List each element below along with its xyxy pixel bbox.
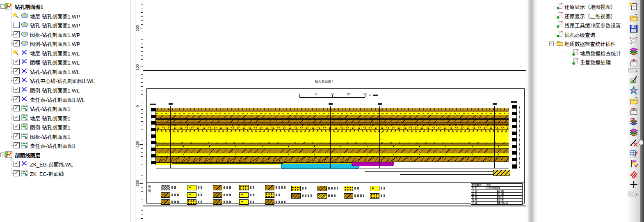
layer-tree-item[interactable]: ✓图例-钻孔剖面图1 [0,122,130,131]
layer-checkbox-checked[interactable]: ✓ [14,133,20,139]
layer-checkbox-unchecked[interactable] [14,22,20,28]
flag-edit-icon[interactable] [629,159,638,168]
layer-checkbox-checked[interactable]: ✓ [14,142,20,148]
legend-swatch [317,186,327,191]
layer-tree-item[interactable]: ✓图框-钻孔剖面图1.WL [0,57,130,66]
toolbar-group-divider[interactable]: ▸ [628,192,639,197]
layer-tree-item[interactable]: ✓地层-钻孔剖面图1 [0,113,130,122]
title-block-cell: 单位名称 [497,202,509,204]
layer-tree-panel[interactable]: -钻孔剖面图1地层-钻孔剖面图1.WP钻孔-钻孔剖面图1.WP✓图框-钻孔剖面图… [0,0,130,222]
tool-tree-item[interactable]: 重复数据处理 [537,57,627,66]
layer-checkbox-checked[interactable]: ✓ [14,68,20,74]
title-block-cell [485,190,497,192]
layer-checkbox-checked[interactable]: ✓ [14,31,20,37]
title-block-cell [510,190,522,192]
layer-item-label: 地层-钻孔剖面图1 [30,114,71,122]
layer-tree-item[interactable]: 地层-钻孔剖面图1.WP [0,11,130,20]
tool-tree-item[interactable]: 钻孔高级查询 [537,30,627,39]
line-layer-icon [21,86,28,93]
legend-swatch [187,199,196,205]
edge-splitter-grip[interactable] [638,140,644,145]
red-hatch-icon[interactable] [629,170,638,179]
expand-minus-box[interactable]: - [0,153,5,157]
layer-item-label: 责任表-钻孔剖面图1 [30,142,75,150]
map-canvas[interactable]: 钻孔剖面图1 图例 2001000-100-200050100150200m制图… [135,0,526,222]
tool-tree-item[interactable]: 地质数据检查统计 [537,48,627,57]
tool-tree-item[interactable]: 线路工具缓冲区参数设置 [537,20,627,29]
layer-checkbox-checked[interactable]: ✓ [14,115,20,121]
scalebar-number: 150 [347,92,350,95]
layer-tree-item[interactable]: ✓ZK_EG-剖面线 [0,169,130,178]
open-folder-icon[interactable] [629,13,638,22]
tool-tree-item[interactable]: -地质数据检查统计插件 [537,39,627,48]
edit-table-icon[interactable] [629,149,638,158]
legend-swatch-label [328,194,336,197]
scalebar-tick [316,95,316,97]
tool-item-label: 地质数据检查统计插件 [564,40,616,48]
project-box-icon[interactable] [629,58,638,67]
panel-splitter[interactable] [130,0,130,222]
tools-tree-panel[interactable]: 还原显示（地图视图）还原显示（二维视图）线路工具缓冲区参数设置钻孔高级查询-地质… [537,0,627,222]
layers-icon[interactable] [629,128,638,137]
canvas-vertical-scrollbar[interactable] [527,0,538,222]
tool-item-label: 地质数据检查统计 [580,49,621,57]
legend-swatch [213,199,222,205]
tool-tree-item[interactable]: 还原显示（二维视图） [537,11,627,20]
move-layer-icon[interactable] [629,117,638,126]
legend-swatch [265,199,274,205]
crosshair-icon[interactable] [629,180,638,189]
borehole-line [330,106,332,168]
scalebar-number: 100 [331,92,334,95]
layer-item-label: 钻孔中心线-钻孔剖面图1.WL [30,77,95,85]
layer-group-row[interactable]: -钻孔剖面图1 [0,2,130,11]
layers-icon[interactable] [629,47,638,56]
layer-tree-item[interactable]: ✓图例-钻孔剖面图1.WL [0,85,130,94]
layer-group-row[interactable]: -剖面线图层 [0,150,130,159]
layer-checkbox-checked[interactable]: ✓ [14,40,20,46]
new-map-icon[interactable] [629,2,638,11]
legend-swatch [344,186,353,191]
layer-tree-item[interactable]: ✓责任表-钻孔剖面图1.WL [0,95,130,104]
layer-tree-item[interactable]: ✓钻孔中心线-钻孔剖面图1.WL [0,76,130,85]
eraser-icon[interactable] [629,36,638,45]
project-box-icon[interactable] [629,107,638,116]
ruler-tick [141,141,143,141]
layer-tree-item[interactable]: 地层-钻孔剖面图1.WL [0,48,130,57]
layer-tree-item[interactable]: ✓责任表-钻孔剖面图1 [0,141,130,150]
delete-line-icon[interactable] [629,138,638,147]
tool-item-label: 钻孔高级查询 [564,31,595,39]
layer-checkbox-checked[interactable]: ✓ [14,105,20,111]
layer-checkbox-checked[interactable]: ✓ [14,77,20,83]
layer-checkbox-checked[interactable]: ✓ [14,87,20,93]
save-icon[interactable] [629,24,638,33]
layer-tree-item[interactable]: ✓ZK_EG-剖面线.WL [0,159,130,168]
layer-tree-item[interactable]: ✓钻孔-钻孔剖面图1.WL [0,67,130,76]
layer-tree-item[interactable]: ✓图框-钻孔剖面图1 [0,132,130,141]
toolbar-group-divider[interactable]: ▸ [628,68,639,73]
layer-item-label: 图框-钻孔剖面图1.WP [30,31,80,39]
title-block-cell: 图 名 [471,187,486,189]
layer-tree-item[interactable]: ✓钻孔-钻孔剖面图1 [0,104,130,113]
draw-pen-icon[interactable] [629,75,638,84]
open-folder-icon[interactable] [629,96,638,105]
layer-tree-item[interactable]: 钻孔-钻孔剖面图1.WP [0,20,130,29]
layer-checkbox-checked[interactable]: ✓ [14,170,20,176]
ruler-label: 100 [135,61,140,73]
layer-checkbox-checked[interactable]: ✓ [14,124,20,130]
left-elevation-rod [151,108,156,165]
title-block-cell [485,196,497,198]
layer-tree-item[interactable]: ✓图框-钻孔剖面图1.WP [0,30,130,39]
layer-checkbox-checked[interactable]: ✓ [14,59,20,65]
layer-tree-item[interactable]: ✓图例-钻孔剖面图1.WP [0,39,130,48]
plugin-icon [556,12,564,19]
layer-checkbox-checked[interactable]: ✓ [14,161,20,167]
layer-checkbox-checked[interactable]: ✓ [14,96,20,102]
legend-swatch-label [224,194,231,196]
star-overlay-icon[interactable] [629,86,638,95]
expand-minus-box[interactable]: - [0,4,5,9]
title-block-cell: 制 图 [471,196,485,198]
expand-minus-box[interactable]: - [549,42,554,46]
tree-connector [554,6,555,7]
tool-tree-item[interactable]: 还原显示（地图视图） [537,2,627,11]
tree-connector [554,34,555,35]
